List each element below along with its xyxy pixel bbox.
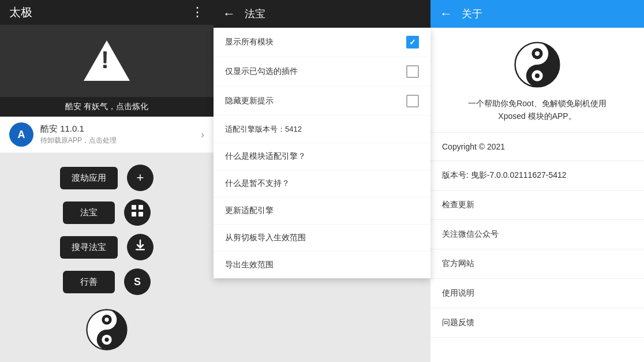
dropdown-item-import-clipboard[interactable]: 从剪切板导入生效范围 bbox=[214, 225, 430, 252]
dropdown-item-export-range[interactable]: 导出生效范围 bbox=[214, 252, 430, 278]
svg-rect-1 bbox=[138, 205, 143, 210]
about-description: 一个帮助你免Root、免解锁免刷机使用Xposed 模块的APP。 bbox=[468, 97, 606, 123]
app-icon-letter: A bbox=[18, 129, 25, 141]
dropdown-item-compat-version: 适配引擎版本号：5412 bbox=[214, 116, 430, 143]
grid-icon bbox=[131, 204, 144, 221]
right-back-button[interactable]: ← bbox=[440, 6, 452, 21]
svg-point-15 bbox=[535, 51, 540, 56]
version-item: 版本号: 曳影-7.0.0.02111627-5412 bbox=[430, 161, 644, 191]
s-icon: S bbox=[134, 276, 141, 288]
about-list: Copyright © 2021 版本号: 曳影-7.0.0.02111627-… bbox=[430, 133, 644, 338]
middle-back-button[interactable]: ← bbox=[223, 6, 235, 21]
about-content: 一个帮助你免Root、免解锁免刷机使用Xposed 模块的APP。 bbox=[430, 28, 644, 133]
warning-text[interactable]: 酷安 有妖气，点击炼化 bbox=[0, 97, 214, 117]
fabao-row: 法宝 bbox=[63, 199, 151, 226]
plus-icon: + bbox=[137, 170, 144, 185]
wechat-item[interactable]: 关注微信公众号 bbox=[430, 220, 644, 249]
dropdown-menu: 显示所有模块 仅显示已勾选的插件 隐藏更新提示 适配引擎版本号：5412 什么是… bbox=[214, 28, 430, 278]
check-update-item[interactable]: 检查更新 bbox=[430, 191, 644, 220]
dropdown-item-show-all[interactable]: 显示所有模块 bbox=[214, 28, 430, 57]
what-compat-label: 什么是模块适配引擎？ bbox=[225, 151, 306, 162]
migrate-plus-button[interactable]: + bbox=[127, 165, 153, 191]
download-icon bbox=[134, 239, 147, 255]
left-panel: 太极 ⋮ 酷安 有妖气，点击炼化 A 酷安 11.0.1 待卸载原APP，点击处… bbox=[0, 0, 214, 362]
svg-point-16 bbox=[535, 73, 540, 78]
dropdown-item-show-selected[interactable]: 仅显示已勾选的插件 bbox=[214, 57, 430, 87]
about-yin-yang-icon bbox=[514, 42, 560, 88]
show-selected-label: 仅显示已勾选的插件 bbox=[225, 66, 298, 77]
what-unsupport-label: 什么是暂不支持？ bbox=[225, 178, 290, 189]
more-item[interactable]: 问题反馈 bbox=[430, 308, 644, 338]
manual-item[interactable]: 使用说明 bbox=[430, 279, 644, 308]
yin-yang-logo bbox=[86, 309, 128, 350]
migrate-row: 渡劫应用 + bbox=[60, 165, 153, 191]
show-selected-checkbox[interactable] bbox=[406, 65, 419, 78]
right-panel: ← 关于 一个帮助你免Root、免解锁免刷机使用Xposed 模块的APP。 C… bbox=[430, 0, 644, 362]
search-row: 搜寻法宝 bbox=[60, 234, 153, 260]
app-arrow-icon: › bbox=[201, 129, 204, 141]
middle-header: ← 法宝 bbox=[214, 0, 430, 28]
middle-title: 法宝 bbox=[245, 7, 265, 21]
warning-banner bbox=[0, 25, 214, 97]
improve-button[interactable]: 行善 bbox=[63, 271, 115, 293]
copyright-item: Copyright © 2021 bbox=[430, 133, 644, 161]
right-header: ← 关于 bbox=[430, 0, 644, 28]
app-icon: A bbox=[9, 122, 33, 147]
svg-point-9 bbox=[104, 338, 108, 342]
dropdown-item-what-unsupport[interactable]: 什么是暂不支持？ bbox=[214, 170, 430, 197]
dropdown-item-what-compat[interactable]: 什么是模块适配引擎？ bbox=[214, 143, 430, 170]
right-title: 关于 bbox=[462, 7, 482, 21]
hide-update-label: 隐藏更新提示 bbox=[225, 96, 274, 106]
app-info: 酷安 11.0.1 待卸载原APP，点击处理 bbox=[40, 124, 201, 145]
website-item[interactable]: 官方网站 bbox=[430, 249, 644, 279]
hide-update-checkbox[interactable] bbox=[406, 95, 419, 107]
main-buttons: 渡劫应用 + 法宝 搜寻法宝 bbox=[0, 153, 214, 362]
compat-version-label: 适配引擎版本号：5412 bbox=[225, 124, 302, 135]
svg-rect-0 bbox=[132, 205, 136, 210]
show-all-label: 显示所有模块 bbox=[225, 37, 274, 47]
svg-rect-4 bbox=[136, 249, 145, 251]
download-button[interactable] bbox=[127, 234, 153, 260]
migrate-button[interactable]: 渡劫应用 bbox=[60, 167, 118, 189]
left-header: 太极 ⋮ bbox=[0, 0, 214, 25]
svg-rect-3 bbox=[138, 212, 143, 217]
fabao-button[interactable]: 法宝 bbox=[63, 201, 115, 224]
search-button[interactable]: 搜寻法宝 bbox=[60, 236, 118, 259]
improve-icon-button[interactable]: S bbox=[124, 268, 151, 295]
app-name: 酷安 11.0.1 bbox=[40, 124, 201, 135]
update-engine-label: 更新适配引擎 bbox=[225, 206, 274, 216]
fabao-grid-button[interactable] bbox=[124, 199, 151, 226]
left-title: 太极 bbox=[9, 5, 32, 20]
import-clipboard-label: 从剪切板导入生效范围 bbox=[225, 233, 306, 243]
middle-panel: ← 法宝 钉钉助手 钉钉工具 显 bbox=[214, 0, 430, 362]
dropdown-item-update-engine[interactable]: 更新适配引擎 bbox=[214, 197, 430, 225]
improve-row: 行善 S bbox=[63, 268, 151, 295]
show-all-checkbox[interactable] bbox=[406, 36, 419, 48]
more-options-button[interactable]: ⋮ bbox=[191, 5, 204, 20]
dropdown-item-hide-update[interactable]: 隐藏更新提示 bbox=[214, 87, 430, 116]
app-status: 待卸载原APP，点击处理 bbox=[40, 136, 201, 145]
svg-point-8 bbox=[104, 318, 108, 322]
warning-icon bbox=[84, 40, 130, 81]
export-range-label: 导出生效范围 bbox=[225, 260, 274, 270]
svg-rect-2 bbox=[132, 212, 136, 217]
app-row[interactable]: A 酷安 11.0.1 待卸载原APP，点击处理 › bbox=[0, 117, 214, 153]
